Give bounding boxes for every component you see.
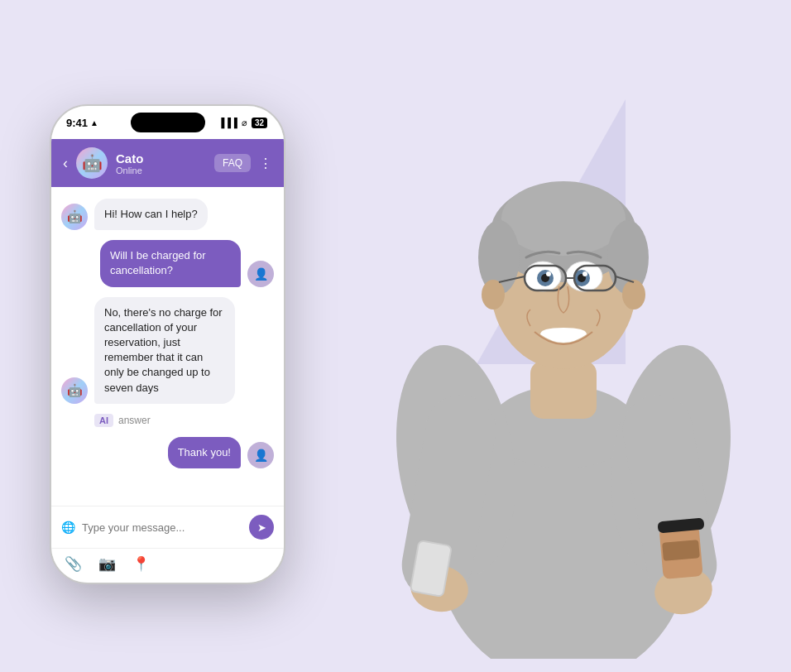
bubble-2: Will I be charged for cancellation? [100,240,241,286]
location-arrow-icon: ▲ [90,118,98,127]
status-bar: 9:41 ▲ ▐▐▐ ⌀ 32 [51,106,284,139]
user-avatar-4: 👤 [247,442,274,468]
bot-avatar-3: 🤖 [61,377,88,404]
bot-avatar: 🤖 [76,147,108,179]
location-icon[interactable]: 📍 [132,555,150,573]
back-button[interactable]: ‹ [63,155,68,172]
phone-mockup: 9:41 ▲ ▐▐▐ ⌀ 32 ‹ 🤖 [50,104,285,584]
message-text-1: Hi! How can I help? [104,208,198,220]
battery-level: 32 [252,118,267,128]
faq-button[interactable]: FAQ [214,154,251,172]
message-input[interactable] [82,521,242,534]
user-icon-4: 👤 [254,449,268,462]
scene: 9:41 ▲ ▐▐▐ ⌀ 32 ‹ 🤖 [0,0,791,672]
svg-point-27 [582,271,587,276]
bubble-3: No, there's no charge for cancellation o… [94,297,235,404]
message-row-2: 👤 Will I be charged for cancellation? [61,240,274,286]
signal-icon: ▐▐▐ [218,118,237,127]
status-icons: ▐▐▐ ⌀ 32 [218,118,267,128]
chat-input-area[interactable]: 🌐 ➤ [51,506,284,548]
bot-status: Online [116,166,206,175]
svg-point-19 [622,280,645,310]
time-display: 9:41 [66,117,88,129]
chat-messages: 🤖 Hi! How can I help? 👤 Will I be charge… [51,187,284,506]
bot-name: Cato [116,151,206,166]
bot-icon-1: 🤖 [67,209,83,224]
dynamic-island [131,113,205,132]
message-text-4: Thank you! [178,446,231,458]
bot-icon-3: 🤖 [67,383,83,398]
bubble-4: Thank you! [168,437,241,468]
phone-body: 9:41 ▲ ▐▐▐ ⌀ 32 ‹ 🤖 [50,104,285,584]
message-row-1: 🤖 Hi! How can I help? [61,199,274,230]
message-row-3: 🤖 No, there's no charge for cancellation… [61,297,274,404]
send-icon: ➤ [257,521,266,534]
bottom-toolbar: 📎 📷 📍 [51,548,284,583]
bubble-1: Hi! How can I help? [94,199,208,230]
svg-point-15 [501,181,626,256]
attachment-icon[interactable]: 📎 [65,555,82,573]
translate-icon: 🌐 [61,521,75,534]
message-text-2: Will I be charged for cancellation? [110,249,206,276]
header-info: Cato Online [116,151,206,175]
link-icon: ⌀ [242,118,247,128]
more-options-icon[interactable]: ⋮ [259,156,272,171]
person-illustration [352,0,766,672]
bot-avatar-1: 🤖 [61,204,88,230]
svg-rect-12 [662,540,700,561]
phone-screen: 9:41 ▲ ▐▐▐ ⌀ 32 ‹ 🤖 [51,106,284,583]
user-icon-2: 👤 [254,267,268,281]
message-text-3: No, there's no charge for cancellation o… [104,306,223,394]
ai-answer-row: AI answer [94,414,274,427]
user-avatar-2: 👤 [247,261,274,287]
header-actions: FAQ ⋮ [214,154,272,172]
message-row-4: 👤 Thank you! [61,437,274,468]
status-time: 9:41 ▲ [66,117,98,129]
svg-rect-2 [530,361,597,419]
bot-face-icon: 🤖 [82,153,103,173]
camera-icon[interactable]: 📷 [98,555,116,573]
svg-point-18 [482,280,505,310]
svg-point-23 [546,271,551,276]
chat-header: ‹ 🤖 Cato Online FAQ ⋮ [51,139,284,187]
person-svg [365,13,754,659]
send-button[interactable]: ➤ [249,515,274,540]
ai-answer-text: answer [118,415,151,426]
ai-badge: AI [94,414,113,427]
